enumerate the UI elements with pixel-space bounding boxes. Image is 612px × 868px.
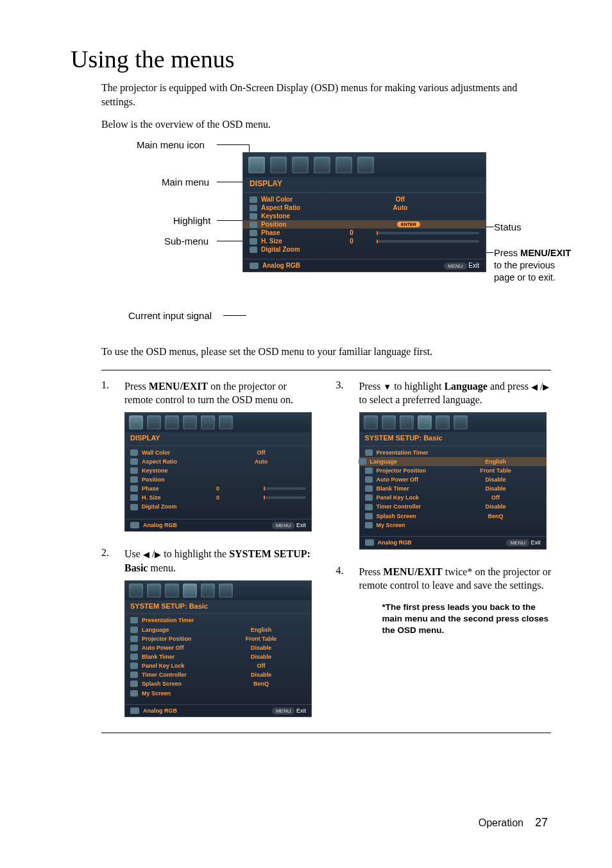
osd-step2-panel: SYSTEM SETUP: Basic Presentation TimerLa… <box>124 580 312 718</box>
label-current-input: Current input signal <box>128 310 212 321</box>
osd-row: Wall ColorOff <box>130 448 306 457</box>
osd-overview-diagram: Main menu icon Main menu Highlight Sub-m… <box>101 139 551 332</box>
intro-p2: Below is the overview of the OSD menu. <box>101 117 551 132</box>
post-diagram-text: To use the OSD menus, please set the OSD… <box>101 345 551 359</box>
label-main-menu: Main menu <box>162 177 209 187</box>
osd-row: Aspect RatioAuto <box>250 204 479 212</box>
osd-row: Projector PositionFront Table <box>365 466 541 475</box>
step-1-num: 1. <box>101 379 113 532</box>
step-3-num: 3. <box>336 379 348 550</box>
osd-tab-icon <box>292 157 309 173</box>
osd-footer-signal: Analog RGB <box>262 262 300 269</box>
step-3-text: Press ▼ to highlight Language and press … <box>359 379 552 550</box>
step-2-text: Use ◀ /▶ to highlight the SYSTEM SETUP: … <box>124 547 317 717</box>
step-4-num: 4. <box>336 565 348 637</box>
osd-row: Presentation Timer <box>365 448 541 457</box>
osd-step1-panel: DISPLAY Wall ColorOffAspect RatioAutoKey… <box>124 412 312 532</box>
osd-row: H. Size0 <box>130 493 306 502</box>
osd-row: Keystone <box>130 466 306 475</box>
osd-row: Auto Power OffDisable <box>130 643 306 652</box>
step-2-num: 2. <box>101 547 113 717</box>
label-highlight: Highlight <box>173 215 210 226</box>
osd-row: Panel Key LockOff <box>130 661 306 670</box>
osd-row: Panel Key LockOff <box>365 493 541 502</box>
osd-row: Phase0 <box>130 484 306 493</box>
menu-chip: MENU <box>444 263 467 270</box>
osd-row: Auto Power OffDisable <box>365 475 541 484</box>
osd-row: My Screen <box>365 521 541 530</box>
osd-row: Digital Zoom <box>250 245 479 254</box>
step-4-text: Press MENU/EXIT twice* on the projector … <box>359 565 552 637</box>
osd-main-title: DISPLAY <box>243 177 486 193</box>
osd-tab-icon <box>314 157 330 173</box>
step-4-note: *The first press leads you back to the m… <box>382 602 552 637</box>
label-sub-menu: Sub-menu <box>164 236 208 247</box>
page-footer: Operation27 <box>479 816 548 829</box>
osd-row: Phase0 <box>250 229 479 237</box>
osd-row: Presentation Timer <box>130 616 306 625</box>
osd-step3-panel: SYSTEM SETUP: Basic Presentation TimerLa… <box>359 412 547 550</box>
step-1-text: Press MENU/EXIT on the projector or remo… <box>124 379 317 532</box>
osd-row: My Screen <box>130 689 306 698</box>
label-status: Status <box>494 221 522 232</box>
osd-row: LanguageEnglish <box>359 457 547 466</box>
osd-tab-bar <box>243 153 486 177</box>
osd-tab-icon <box>270 157 287 173</box>
osd-tab-icon <box>336 157 352 173</box>
osd-row: Keystone <box>250 212 479 220</box>
osd-row: Projector PositionFront Table <box>130 634 306 643</box>
exit-label: Exit <box>468 262 479 269</box>
osd-tab-icon <box>357 157 374 173</box>
osd-row: Timer ControllerDisable <box>365 502 541 511</box>
osd-row: Splash ScreenBenQ <box>365 512 541 521</box>
page-title: Using the menus <box>71 45 551 73</box>
osd-row: Splash ScreenBenQ <box>130 679 306 688</box>
osd-row: Aspect RatioAuto <box>130 457 306 466</box>
osd-row: PositionENTER <box>243 220 486 229</box>
osd-row: Blank TimerDisable <box>130 652 306 661</box>
signal-icon <box>250 263 259 269</box>
label-main-menu-icon: Main menu icon <box>137 139 205 150</box>
osd-row: Timer ControllerDisable <box>130 670 306 679</box>
osd-row: Position <box>130 475 306 484</box>
osd-row: Blank TimerDisable <box>365 484 541 493</box>
osd-row: H. Size0 <box>250 237 479 245</box>
osd-row: Digital Zoom <box>130 502 306 511</box>
intro-p1: The projector is equipped with On-Screen… <box>101 81 551 110</box>
osd-row: LanguageEnglish <box>130 625 306 634</box>
osd-tab-icon <box>248 157 265 173</box>
label-press-menu-exit: Press MENU/EXIT to the previous page or … <box>494 247 577 284</box>
osd-row: Wall ColorOff <box>250 195 479 204</box>
osd-main-panel: DISPLAY Wall ColorOffAspect RatioAutoKey… <box>242 152 486 272</box>
